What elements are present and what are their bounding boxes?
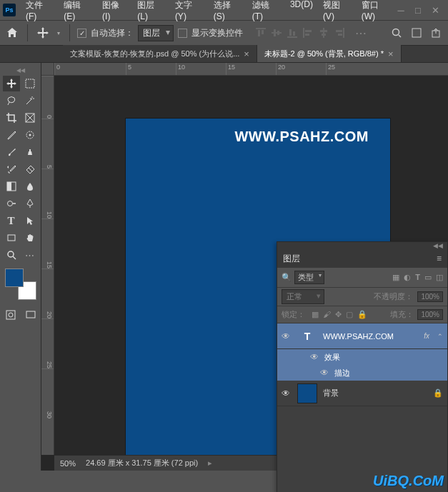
- minimize-button[interactable]: ─: [397, 6, 405, 14]
- show-transform-checkbox[interactable]: [178, 29, 187, 38]
- edit-toolbar[interactable]: ⋯: [21, 247, 39, 263]
- tab-doc-1[interactable]: 文案模版-恢复的-恢复的.psd @ 50% (为什么说... ×: [63, 45, 257, 62]
- fx-expand-icon[interactable]: ⌃: [437, 333, 443, 340]
- screen-mode-tool[interactable]: [22, 307, 39, 323]
- move-tool-indicator[interactable]: [35, 25, 51, 41]
- history-brush-tool[interactable]: [3, 161, 20, 177]
- quick-mask-tool[interactable]: [2, 307, 19, 323]
- fill-value[interactable]: 100%: [417, 309, 443, 320]
- svg-rect-6: [287, 36, 297, 38]
- lock-brush-icon[interactable]: 🖌: [323, 310, 331, 319]
- menu-3d[interactable]: 3D(D): [286, 0, 317, 24]
- filter-type-select[interactable]: 类型: [294, 271, 324, 284]
- auto-select-checkbox[interactable]: [77, 29, 86, 38]
- svg-rect-22: [26, 79, 34, 88]
- zoom-tool[interactable]: [3, 247, 20, 263]
- layer-name[interactable]: WWW.PSAHZ.COM: [323, 332, 418, 341]
- tab-close-icon[interactable]: ×: [244, 49, 249, 59]
- align-top-icon[interactable]: [254, 26, 267, 39]
- dodge-tool[interactable]: [3, 196, 20, 211]
- align-vcenter-icon[interactable]: [270, 26, 283, 39]
- tab-doc-2[interactable]: 未标题-2 @ 50% (背景, RGB/8#) * ×: [257, 45, 402, 62]
- ruler-horizontal[interactable]: 0 5 10 15 20 25: [54, 63, 448, 76]
- clone-stamp-tool[interactable]: [21, 144, 39, 160]
- visibility-icon[interactable]: 👁: [320, 368, 330, 378]
- menu-layer[interactable]: 图层(L): [133, 0, 169, 24]
- filter-smart-icon[interactable]: ◫: [436, 273, 443, 282]
- panel-title[interactable]: 图层: [283, 253, 300, 265]
- zoom-level[interactable]: 50%: [60, 459, 76, 468]
- document-dimensions[interactable]: 24.69 厘米 x 31.75 厘米 (72 ppi): [86, 458, 198, 468]
- tab-close-icon[interactable]: ×: [388, 49, 394, 59]
- lasso-tool[interactable]: [3, 93, 20, 109]
- magic-wand-tool[interactable]: [21, 93, 39, 109]
- visibility-icon[interactable]: 👁: [310, 352, 320, 362]
- menu-image[interactable]: 图像(I): [98, 0, 131, 24]
- filter-shape-icon[interactable]: ▭: [424, 273, 432, 282]
- eraser-tool[interactable]: [21, 161, 39, 177]
- color-swatches[interactable]: [5, 268, 36, 300]
- menu-type[interactable]: 文字(Y): [171, 0, 208, 24]
- lock-artboard-icon[interactable]: ▢: [346, 310, 353, 319]
- search-icon[interactable]: [389, 26, 404, 40]
- visibility-icon[interactable]: 👁: [282, 331, 292, 341]
- visibility-icon[interactable]: 👁: [282, 388, 292, 398]
- tool-dropdown-icon[interactable]: ▾: [55, 30, 62, 36]
- close-button[interactable]: ✕: [431, 6, 439, 14]
- foreground-color[interactable]: [5, 268, 24, 287]
- panel-collapse-icon[interactable]: ◀◀: [277, 242, 447, 249]
- move-tool[interactable]: [3, 76, 20, 91]
- layer-row-text[interactable]: 👁 T WWW.PSAHZ.COM fx ⌃: [277, 323, 447, 349]
- ruler-vertical[interactable]: 0 5 10 15 20 25 30: [41, 76, 54, 455]
- marquee-tool[interactable]: [21, 76, 39, 91]
- gradient-tool[interactable]: [3, 179, 20, 194]
- filter-pixel-icon[interactable]: ▦: [392, 273, 399, 282]
- screen-mode-icon[interactable]: [409, 26, 424, 40]
- filter-search-icon[interactable]: 🔍: [282, 273, 292, 282]
- brush-tool[interactable]: [3, 144, 20, 160]
- share-icon[interactable]: [429, 26, 444, 40]
- filter-type-icon[interactable]: T: [415, 273, 420, 282]
- opacity-value[interactable]: 100%: [417, 291, 443, 302]
- home-button[interactable]: [4, 25, 20, 41]
- lock-all-icon[interactable]: 🔒: [357, 310, 367, 319]
- layer-name[interactable]: 背景: [323, 388, 427, 398]
- menu-filter[interactable]: 滤镜(T): [248, 0, 284, 24]
- more-options-icon[interactable]: ⋯: [354, 26, 367, 39]
- crop-tool[interactable]: [3, 110, 20, 126]
- blur-tool[interactable]: [21, 179, 39, 194]
- status-arrow-icon[interactable]: ▸: [208, 458, 212, 468]
- eyedropper-tool[interactable]: [3, 127, 20, 143]
- window-controls: ─ □ ✕: [397, 6, 445, 14]
- path-selection-tool[interactable]: [21, 213, 39, 229]
- align-left-icon[interactable]: [302, 26, 314, 39]
- toolbox-collapse-icon[interactable]: ◀◀: [1, 66, 39, 74]
- healing-tool[interactable]: [21, 127, 39, 143]
- rectangle-tool[interactable]: [3, 230, 20, 246]
- frame-tool[interactable]: [21, 110, 39, 126]
- menu-view[interactable]: 视图(V): [319, 0, 356, 24]
- layer-row-background[interactable]: 👁 背景 🔒: [277, 381, 447, 406]
- align-bottom-icon[interactable]: [286, 26, 299, 39]
- auto-select-target[interactable]: 图层: [138, 25, 174, 41]
- menu-select[interactable]: 选择(S): [209, 0, 247, 24]
- hand-tool[interactable]: [21, 230, 39, 246]
- maximize-button[interactable]: □: [414, 6, 422, 14]
- pen-tool[interactable]: [21, 196, 39, 211]
- blend-mode-select[interactable]: 正常: [282, 289, 324, 304]
- fx-badge[interactable]: fx: [424, 332, 429, 340]
- align-hcenter-icon[interactable]: [317, 26, 330, 39]
- lock-pixels-icon[interactable]: ▩: [312, 310, 319, 319]
- menu-window[interactable]: 窗口(W): [357, 0, 397, 24]
- lock-position-icon[interactable]: ✥: [335, 310, 342, 319]
- menu-file[interactable]: 文件(F): [21, 0, 58, 24]
- align-right-icon[interactable]: [333, 26, 346, 39]
- panel-menu-icon[interactable]: ≡: [437, 253, 442, 263]
- layer-effects-row[interactable]: 👁 效果: [277, 349, 447, 365]
- ruler-corner[interactable]: [41, 63, 54, 76]
- lock-icon[interactable]: 🔒: [433, 388, 443, 398]
- filter-adjustment-icon[interactable]: ◐: [404, 273, 411, 282]
- menu-edit[interactable]: 编辑(E): [59, 0, 96, 24]
- type-tool[interactable]: T: [3, 213, 20, 229]
- layer-stroke-row[interactable]: 👁 描边: [277, 365, 447, 381]
